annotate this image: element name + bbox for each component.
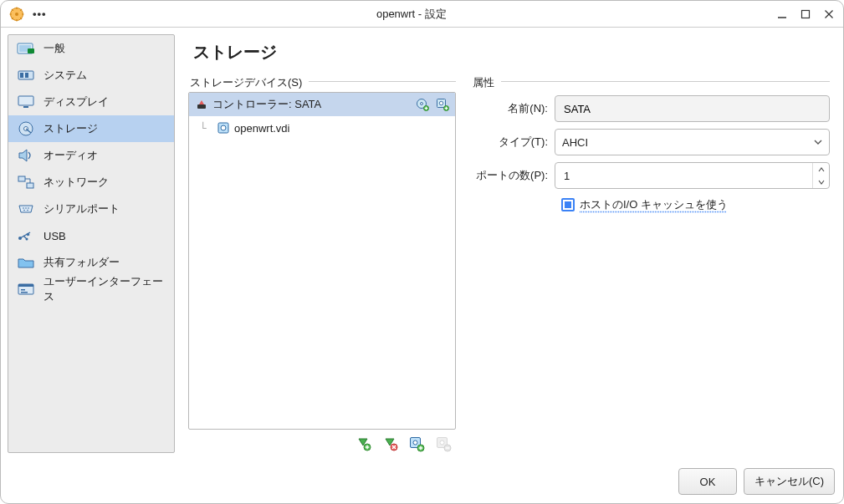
- sidebar-item-network[interactable]: ネットワーク: [8, 169, 174, 196]
- svg-point-30: [27, 210, 28, 211]
- svg-point-26: [23, 207, 24, 209]
- window-controls: [776, 8, 835, 20]
- svg-point-1: [15, 13, 18, 16]
- svg-rect-20: [18, 96, 33, 105]
- storage-icon: [17, 120, 35, 137]
- svg-rect-25: [27, 183, 33, 188]
- audio-icon: [17, 147, 35, 164]
- svg-rect-35: [18, 284, 33, 287]
- folder-icon: [17, 254, 35, 271]
- controller-label: コントローラー: SATA: [212, 97, 410, 112]
- attachment-label: openwrt.vdi: [234, 122, 450, 135]
- port-value: 1: [555, 170, 812, 182]
- chevron-down-icon: [814, 136, 822, 149]
- type-value: AHCI: [562, 136, 588, 149]
- svg-point-27: [25, 207, 27, 209]
- vdi-icon: [216, 120, 231, 135]
- svg-rect-37: [21, 292, 28, 293]
- svg-rect-38: [197, 104, 206, 109]
- system-icon: [17, 67, 35, 84]
- tree-branch-icon: └: [194, 122, 212, 135]
- sidebar-item-system[interactable]: システム: [8, 62, 174, 89]
- window-title: openwrt - 設定: [47, 7, 776, 22]
- storage-toolbar: [188, 430, 456, 453]
- ui-icon: [17, 281, 35, 298]
- sidebar-item-label: ストレージ: [43, 121, 98, 136]
- dialog-footer: OK キャンセル(C): [1, 460, 843, 503]
- group-title-storage-devices: ストレージデバイス(S): [188, 75, 309, 90]
- sidebar-item-label: オーディオ: [43, 148, 98, 163]
- sidebar-item-ui[interactable]: ユーザーインターフェース: [8, 276, 174, 303]
- storage-tree[interactable]: コントローラー: SATA: [189, 93, 455, 429]
- sidebar-item-storage[interactable]: ストレージ: [8, 115, 174, 142]
- sidebar-item-label: USB: [43, 230, 66, 242]
- sidebar-item-general[interactable]: 一般: [8, 35, 174, 62]
- name-input[interactable]: [555, 95, 830, 122]
- attributes-group: 属性 名前(N): タイプ(T): AHCI: [471, 75, 830, 453]
- settings-window: ••• openwrt - 設定 一般: [0, 0, 844, 504]
- sidebar-item-shared[interactable]: 共有フォルダー: [8, 249, 174, 276]
- storage-tree-pane: コントローラー: SATA: [188, 92, 456, 430]
- sidebar-item-audio[interactable]: オーディオ: [8, 142, 174, 169]
- display-icon: [17, 94, 35, 110]
- cancel-button[interactable]: キャンセル(C): [744, 468, 835, 495]
- sidebar-item-label: ディスプレイ: [43, 94, 109, 109]
- category-sidebar: 一般 システム ディスプレイ: [8, 34, 175, 453]
- sidebar-item-label: 共有フォルダー: [43, 255, 120, 270]
- sidebar-item-label: ネットワーク: [43, 175, 109, 190]
- type-select[interactable]: AHCI: [555, 129, 830, 155]
- port-spinner[interactable]: 1: [555, 162, 830, 189]
- svg-point-28: [28, 207, 29, 209]
- sidebar-item-display[interactable]: ディスプレイ: [8, 89, 174, 115]
- sidebar-item-label: システム: [43, 68, 87, 83]
- svg-rect-16: [28, 48, 34, 53]
- svg-rect-18: [20, 73, 23, 78]
- attributes-form: 名前(N): タイプ(T): AHCI: [471, 92, 830, 217]
- group-title-attributes: 属性: [471, 75, 501, 90]
- name-label: 名前(N):: [471, 101, 555, 116]
- add-harddisk-button[interactable]: [435, 97, 450, 112]
- sidebar-item-label: ユーザーインターフェース: [43, 274, 166, 304]
- menu-dots-icon[interactable]: •••: [33, 8, 47, 20]
- content-area: ストレージ ストレージデバイス(S): [182, 34, 836, 453]
- sidebar-item-serial[interactable]: シリアルポート: [8, 196, 174, 222]
- port-row: ポートの数(P): 1: [471, 159, 830, 192]
- name-row: 名前(N):: [471, 92, 830, 125]
- controller-row[interactable]: コントローラー: SATA: [189, 93, 455, 116]
- sata-controller-icon: [194, 97, 209, 112]
- svg-rect-24: [18, 176, 25, 181]
- sidebar-item-label: 一般: [43, 41, 65, 56]
- add-controller-button[interactable]: [354, 435, 372, 453]
- main-area: 一般 システム ディスプレイ: [1, 28, 843, 460]
- port-label: ポートの数(P):: [471, 168, 555, 183]
- type-row: タイプ(T): AHCI: [471, 125, 830, 159]
- io-cache-checkbox[interactable]: [561, 198, 575, 211]
- storage-devices-column: ストレージデバイス(S) コントローラー: SATA: [188, 75, 456, 453]
- close-button[interactable]: [823, 8, 835, 20]
- svg-point-29: [23, 210, 25, 211]
- svg-point-63: [440, 440, 444, 445]
- attributes-column: 属性 名前(N): タイプ(T): AHCI: [471, 75, 830, 453]
- app-icon: [9, 7, 24, 22]
- network-icon: [17, 174, 35, 191]
- remove-attachment-button[interactable]: [434, 435, 453, 453]
- add-attachment-button[interactable]: [407, 435, 426, 453]
- remove-controller-button[interactable]: [381, 435, 399, 453]
- add-optical-button[interactable]: [415, 97, 430, 112]
- attachment-row[interactable]: └ openwrt.vdi: [189, 116, 455, 140]
- sidebar-item-usb[interactable]: USB: [8, 222, 174, 249]
- page-title: ストレージ: [193, 41, 830, 64]
- usb-icon: [17, 227, 35, 244]
- client-area: 一般 システム ディスプレイ: [1, 28, 843, 503]
- spinner-down-button[interactable]: [813, 176, 829, 188]
- maximize-button[interactable]: [800, 8, 811, 20]
- ok-button[interactable]: OK: [678, 468, 737, 495]
- io-cache-label[interactable]: ホストのI/O キャッシュを使う: [580, 197, 728, 212]
- svg-rect-21: [23, 106, 28, 108]
- svg-point-50: [221, 125, 226, 130]
- titlebar: ••• openwrt - 設定: [1, 1, 843, 28]
- sidebar-item-label: シリアルポート: [43, 201, 120, 216]
- spinner-up-button[interactable]: [813, 163, 829, 176]
- io-cache-row: ホストのI/O キャッシュを使う: [471, 192, 830, 217]
- minimize-button[interactable]: [776, 8, 788, 20]
